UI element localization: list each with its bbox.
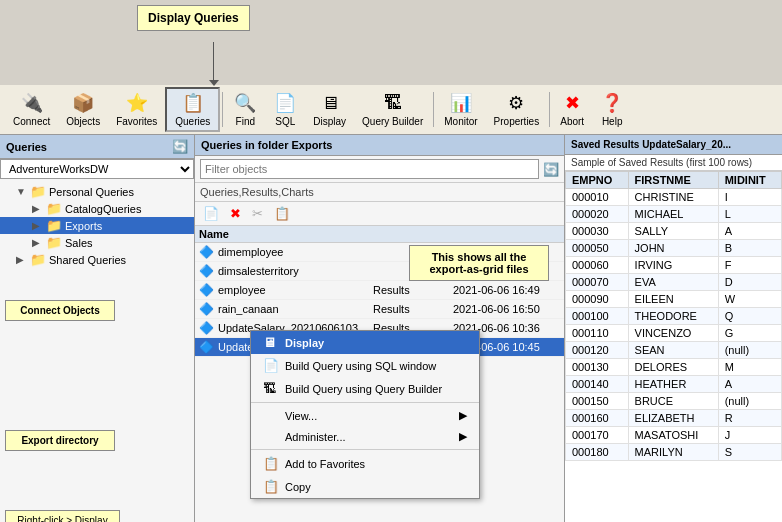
right-panel-subheader: Sample of Saved Results (first 100 rows): [565, 155, 782, 171]
objects-icon: 📦: [72, 92, 94, 114]
tree-folder-icon: 📁: [46, 235, 62, 250]
abort-button[interactable]: ✖ Abort: [552, 89, 592, 130]
tree-toggle[interactable]: ▶: [32, 220, 46, 231]
display-icon: 🖥: [321, 93, 339, 114]
middle-panel-title: Queries in folder Exports: [201, 139, 332, 151]
file-row[interactable]: 🔷 employee Results 2021-06-06 16:49: [195, 281, 564, 300]
tree-item-shared-queries[interactable]: ▶ 📁 Shared Queries: [0, 251, 194, 268]
table-row[interactable]: 000020MICHAELL: [566, 206, 782, 223]
file-icon: 🔷: [199, 321, 214, 335]
col-firstnme: FIRSTNME: [628, 172, 718, 189]
queries-panel: Queries 🔄 AdventureWorksDW ▼ 📁 Personal …: [0, 135, 195, 522]
objects-button[interactable]: 📦 Objects: [58, 89, 108, 130]
ctx-separator: [251, 402, 479, 403]
tree-item-sales[interactable]: ▶ 📁 Sales: [0, 234, 194, 251]
table-row[interactable]: 000050JOHNB: [566, 240, 782, 257]
new-button[interactable]: 📄: [199, 204, 223, 223]
help-button[interactable]: ❓ Help: [592, 89, 632, 130]
context-menu-display[interactable]: 🖥 Display: [251, 331, 479, 354]
table-row[interactable]: 000030SALLYA: [566, 223, 782, 240]
ctx-separator-2: [251, 449, 479, 450]
tabs-row: Queries,Results,Charts: [195, 183, 564, 202]
paste-button[interactable]: 📋: [270, 204, 294, 223]
files-toolbar: 📄 ✖ ✂ 📋: [195, 202, 564, 226]
find-button[interactable]: 🔍 Find: [225, 89, 265, 130]
toolbar-sep-2: [433, 92, 434, 127]
table-row[interactable]: 000070EVAD: [566, 274, 782, 291]
properties-button[interactable]: ⚙ Properties: [486, 89, 548, 130]
file-row[interactable]: 🔷 rain_canaan Results 2021-06-06 16:50: [195, 300, 564, 319]
context-menu: 🖥 Display 📄 Build Query using SQL window…: [250, 330, 480, 499]
display-button[interactable]: 🖥 Display: [305, 90, 354, 130]
sql-icon: 📄: [274, 92, 296, 114]
col-empno: EMPNO: [566, 172, 629, 189]
file-icon: 🔷: [199, 283, 214, 297]
toolbar-sep-3: [549, 92, 550, 127]
table-row[interactable]: 000110VINCENZOG: [566, 325, 782, 342]
monitor-button[interactable]: 📊 Monitor: [436, 89, 485, 130]
file-icon: 🔷: [199, 340, 214, 354]
filter-row: 🔄: [195, 156, 564, 183]
table-row[interactable]: 000180MARILYNS: [566, 444, 782, 461]
tree-item-personal-queries[interactable]: ▼ 📁 Personal Queries: [0, 183, 194, 200]
display-ctx-icon: 🖥: [263, 335, 279, 350]
table-row[interactable]: 000160ELIZABETHR: [566, 410, 782, 427]
abort-icon: ✖: [565, 92, 580, 114]
queries-icon: 📋: [182, 92, 204, 114]
table-row[interactable]: 000120SEAN(null): [566, 342, 782, 359]
right-panel-header: Saved Results UpdateSalary_20...: [565, 135, 782, 155]
queries-tree: ▼ 📁 Personal Queries ▶ 📁 CatalogQueries …: [0, 179, 194, 522]
table-row[interactable]: 000060IRVINGF: [566, 257, 782, 274]
callout-arrow: [209, 80, 219, 86]
files-header: Name: [195, 226, 564, 243]
table-row[interactable]: 000010CHRISTINEI: [566, 189, 782, 206]
table-row[interactable]: 000100THEODOREQ: [566, 308, 782, 325]
delete-button[interactable]: ✖: [226, 204, 245, 223]
grid-callout: This shows all the export-as-grid files: [409, 245, 549, 281]
connect-objects-callout: Connect Objects: [5, 300, 115, 321]
tree-toggle[interactable]: ▶: [32, 237, 46, 248]
table-row[interactable]: 000090EILEENW: [566, 291, 782, 308]
properties-icon: ⚙: [508, 92, 524, 114]
database-select[interactable]: AdventureWorksDW: [0, 159, 194, 179]
context-menu-build-sql[interactable]: 📄 Build Query using SQL window: [251, 354, 479, 377]
table-row[interactable]: 000140HEATHERA: [566, 376, 782, 393]
context-menu-copy[interactable]: 📋 Copy: [251, 475, 479, 498]
monitor-icon: 📊: [450, 92, 472, 114]
query-builder-button[interactable]: 🏗 Query Builder: [354, 90, 431, 130]
tree-toggle[interactable]: ▶: [16, 254, 30, 265]
cut-button[interactable]: ✂: [248, 204, 267, 223]
file-icon: 🔷: [199, 264, 214, 278]
sql-button[interactable]: 📄 SQL: [265, 89, 305, 130]
filter-refresh-button[interactable]: 🔄: [543, 162, 559, 177]
filter-input[interactable]: [200, 159, 539, 179]
tree-toggle[interactable]: ▼: [16, 186, 30, 197]
middle-panel: Queries in folder Exports 🔄 Queries,Resu…: [195, 135, 565, 522]
query-builder-icon: 🏗: [384, 93, 402, 114]
tree-item-catalog-queries[interactable]: ▶ 📁 CatalogQueries: [0, 200, 194, 217]
context-menu-build-qb[interactable]: 🏗 Build Query using Query Builder: [251, 377, 479, 400]
view-arrow-icon: ▶: [459, 409, 467, 422]
table-row[interactable]: 000130DELORESM: [566, 359, 782, 376]
tree-toggle[interactable]: ▶: [32, 203, 46, 214]
export-directory-callout: Export directory: [5, 430, 115, 451]
rightclick-callout: Right-click > Display to show the data i…: [5, 510, 120, 522]
col-name: Name: [199, 228, 359, 240]
table-row[interactable]: 000170MASATOSHIJ: [566, 427, 782, 444]
favorites-button[interactable]: ⭐ Favorites: [108, 89, 165, 130]
results-table: EMPNO FIRSTNME MIDINIT 000010CHRISTINEI0…: [565, 171, 782, 461]
queries-button[interactable]: 📋 Queries: [165, 87, 220, 132]
queries-refresh-button[interactable]: 🔄: [172, 139, 188, 154]
find-icon: 🔍: [234, 92, 256, 114]
table-row[interactable]: 000150BRUCE(null): [566, 393, 782, 410]
main-layout: Queries 🔄 AdventureWorksDW ▼ 📁 Personal …: [0, 135, 782, 522]
context-menu-favorites[interactable]: 📋 Add to Favorites: [251, 452, 479, 475]
administer-arrow-icon: ▶: [459, 430, 467, 443]
connect-button[interactable]: 🔌 Connect: [5, 89, 58, 130]
tree-item-exports[interactable]: ▶ 📁 Exports: [0, 217, 194, 234]
queries-panel-title: Queries: [6, 141, 172, 153]
context-menu-view[interactable]: View... ▶: [251, 405, 479, 426]
context-menu-administer[interactable]: Administer... ▶: [251, 426, 479, 447]
tree-folder-icon: 📁: [30, 252, 46, 267]
file-icon: 🔷: [199, 245, 214, 259]
